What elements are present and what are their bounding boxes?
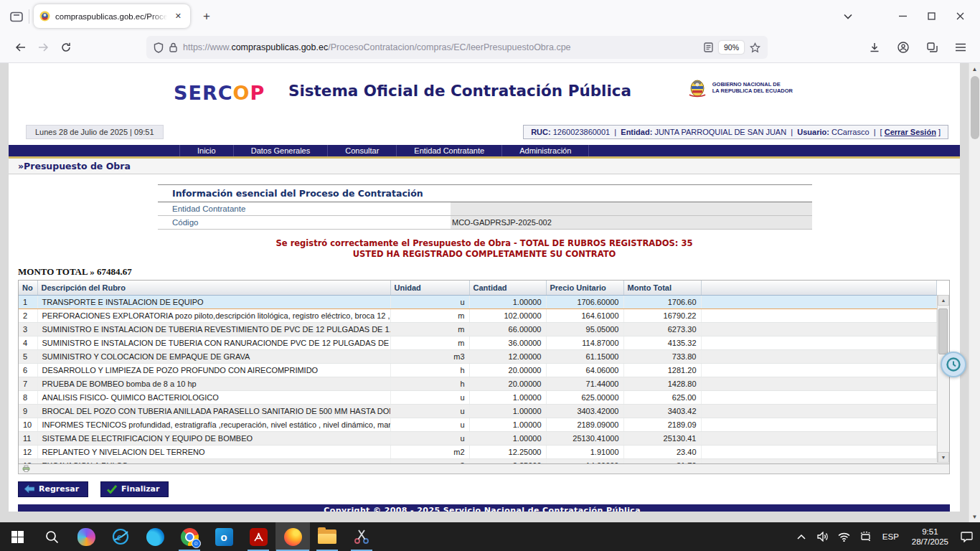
- table-row[interactable]: 5SUMINISTRO Y COLOCACION DE EMPAQUE DE G…: [19, 350, 937, 364]
- minimize-button[interactable]: [888, 6, 917, 27]
- menu-item-consultar[interactable]: Consultar: [327, 145, 396, 156]
- table-row[interactable]: 10INFORMES TECNICOS profundidad, estrati…: [19, 418, 937, 432]
- browser-tab[interactable]: compraspublicas.gob.ec/Proce ✕: [34, 4, 190, 28]
- cell-unidad: u: [390, 405, 469, 418]
- col-header-monto-total[interactable]: Monto Total: [623, 281, 701, 295]
- maximize-button[interactable]: [917, 6, 946, 27]
- menu-item-datos-generales[interactable]: Datos Generales: [233, 145, 328, 156]
- col-header-cantidad[interactable]: Cantidad: [469, 281, 546, 295]
- taskbar-internet-explorer-button[interactable]: e: [103, 522, 138, 551]
- firefox-view-button[interactable]: [6, 6, 27, 27]
- cell-no: 5: [19, 350, 37, 364]
- cell-precio: 71.44000: [546, 377, 623, 391]
- table-row[interactable]: 8ANALISIS FISICO- QUIMICO BACTERIOLOGICO…: [19, 391, 937, 405]
- taskbar-outlook-button[interactable]: o: [207, 522, 241, 551]
- page-scroll-down-icon[interactable]: ▼: [969, 511, 980, 522]
- page-scroll-thumb[interactable]: [971, 76, 979, 139]
- tab-close-icon[interactable]: ✕: [172, 10, 184, 22]
- taskbar-snipping-tool-button[interactable]: [344, 522, 379, 551]
- cell-cantidad: 1.00000: [469, 405, 546, 418]
- menu-button[interactable]: [950, 37, 971, 58]
- col-header-unidad[interactable]: Unidad: [390, 281, 469, 295]
- edge-icon: [146, 528, 164, 546]
- table-row[interactable]: 11SISTEMA DE ELECTRIFICACION Y EQUIPO DE…: [19, 432, 937, 446]
- start-button[interactable]: [0, 522, 34, 551]
- taskbar-clock[interactable]: 9:51 28/7/2025: [906, 527, 954, 547]
- tray-cast-button[interactable]: [857, 522, 875, 551]
- menu-item-administracion[interactable]: Administración: [501, 145, 589, 156]
- taskbar-acrobat-button[interactable]: [241, 522, 275, 551]
- reload-button[interactable]: [55, 37, 77, 58]
- maximize-icon: [928, 12, 936, 20]
- new-tab-button[interactable]: +: [196, 8, 217, 25]
- taskbar-edge-button[interactable]: [138, 522, 172, 551]
- page-scroll-up-icon[interactable]: ▲: [969, 63, 980, 75]
- table-row[interactable]: 3SUMINISTRO E INSTALACION DE TUBERIA REV…: [19, 323, 937, 336]
- page-footer: Copyright © 2008 - 2025 Servicio Naciona…: [18, 504, 950, 512]
- sidebar-button[interactable]: [921, 37, 943, 58]
- outlook-icon: o: [215, 528, 233, 546]
- taskbar-file-explorer-button[interactable]: [310, 522, 344, 551]
- budget-grid: No Descripción del Rubro Unidad Cantidad…: [18, 280, 950, 464]
- cell-cantidad: 20.00000: [469, 364, 546, 377]
- grid-scrollbar[interactable]: ▲ ▼: [937, 295, 949, 463]
- cell-no: 3: [19, 323, 37, 336]
- tray-wifi-button[interactable]: [835, 522, 854, 551]
- page-area: SERCOP Sistema Oficial de Contratación P…: [0, 63, 969, 522]
- info-panel-title: Información esencial del Proceso de Cont…: [158, 184, 812, 202]
- tray-chevron-up-button[interactable]: [792, 522, 811, 551]
- status-message: Se registró correctamente el Presupuesto…: [9, 238, 960, 260]
- table-row[interactable]: 2PERFORACIONES EXPLORATORIA pozo piloto,…: [19, 309, 937, 323]
- print-icon[interactable]: [22, 465, 30, 472]
- grid-scroll-track[interactable]: [938, 306, 949, 452]
- table-row[interactable]: 7PRUEBA DE BOMBEO bomba de 8 a 10 hph20.…: [19, 377, 937, 391]
- table-row[interactable]: 6DESARROLLO Y LIMPIEZA DE POZO PROFUNDO …: [19, 364, 937, 377]
- cell-unidad: m: [390, 336, 469, 350]
- list-all-tabs-button[interactable]: [834, 6, 862, 27]
- table-row[interactable]: 9BROCAL DEL POZO CON TUBERIA ANILLADA PA…: [19, 405, 937, 418]
- grid-scroll-down-icon[interactable]: ▼: [938, 452, 949, 463]
- grid-scroll-thumb[interactable]: [938, 309, 948, 354]
- language-indicator[interactable]: ESP: [878, 532, 903, 541]
- col-header-no[interactable]: No: [19, 281, 37, 295]
- menu-item-inicio[interactable]: Inicio: [179, 145, 233, 156]
- url-bar[interactable]: https://www.compraspublicas.gob.ec/Proce…: [146, 36, 768, 59]
- table-row-partial[interactable]: 13EXCAVACION A PULSOm32.2500014.0900031.…: [19, 459, 937, 463]
- reader-mode-icon[interactable]: [704, 42, 713, 52]
- table-row[interactable]: 4SUMINISTRO E INSTALACION DE TUBERIA CON…: [19, 336, 937, 350]
- floating-extension-button[interactable]: [941, 352, 966, 377]
- downloads-button[interactable]: [864, 37, 885, 58]
- tray-volume-button[interactable]: [814, 522, 832, 551]
- firefox-view-icon: [10, 11, 23, 22]
- cell-filler: [701, 309, 937, 323]
- page-scrollbar[interactable]: ▲ ▼: [969, 63, 980, 522]
- regresar-button[interactable]: Regresar: [18, 481, 88, 497]
- taskbar-search-button[interactable]: [34, 522, 69, 551]
- table-row[interactable]: 1TRANSPORTE E INSTALACION DE EQUIPOu1.00…: [19, 296, 937, 309]
- cell-desc: PRUEBA DE BOMBEO bomba de 8 a 10 hp: [37, 377, 390, 391]
- cell-monto: 25130.41: [623, 432, 701, 446]
- menu-item-entidad-contratante[interactable]: Entidad Contratante: [396, 145, 501, 156]
- col-header-descripcion[interactable]: Descripción del Rubro: [37, 281, 390, 295]
- forward-button[interactable]: [32, 37, 55, 58]
- notification-center-button[interactable]: [957, 522, 976, 551]
- table-row[interactable]: 12REPLANTEO Y NIVELACION DEL TERRENOm212…: [19, 446, 937, 459]
- zoom-level-badge[interactable]: 90%: [719, 41, 744, 54]
- cell-precio: 114.87000: [546, 336, 623, 350]
- page-scroll-track[interactable]: [969, 75, 980, 511]
- taskbar-firefox-button[interactable]: [275, 522, 310, 551]
- grid-scroll-up-icon[interactable]: ▲: [938, 295, 949, 306]
- account-button[interactable]: [892, 37, 914, 58]
- site-favicon-icon: [39, 11, 50, 22]
- bookmark-star-icon[interactable]: [750, 42, 760, 53]
- taskbar-chrome-button[interactable]: ☺: [172, 522, 207, 551]
- entidad-label: Entidad Contratante: [158, 202, 451, 215]
- finalizar-button[interactable]: Finalizar: [100, 481, 169, 497]
- col-header-precio-unitario[interactable]: Precio Unitario: [546, 281, 623, 295]
- cell-precio: 1.91000: [546, 446, 623, 459]
- close-window-button[interactable]: [946, 6, 974, 27]
- taskbar-copilot-button[interactable]: [69, 522, 103, 551]
- cell-cantidad: 20.00000: [469, 377, 546, 391]
- back-button[interactable]: [9, 37, 32, 58]
- logout-link[interactable]: Cerrar Sesión: [885, 128, 936, 136]
